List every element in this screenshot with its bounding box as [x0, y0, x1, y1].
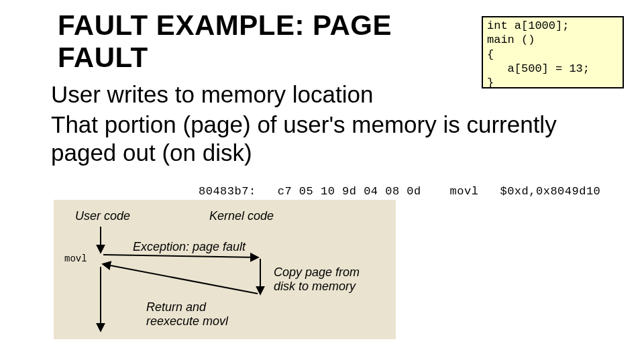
svg-line-3	[103, 255, 258, 257]
svg-line-4	[103, 264, 258, 294]
diagram-arrows	[54, 200, 396, 339]
page-fault-diagram: User code Kernel code movl Exception: pa…	[54, 200, 396, 339]
slide-title: FAULT EXAMPLE: PAGE FAULT	[58, 9, 460, 74]
body-line-2: That portion (page) of user's memory is …	[51, 111, 561, 168]
body-line-1: User writes to memory location	[51, 80, 561, 109]
assembly-line: 80483b7: c7 05 10 9d 04 08 0d movl $0xd,…	[199, 185, 600, 198]
body-text: User writes to memory location That port…	[51, 80, 561, 168]
code-snippet-box: int a[1000]; main () { a[500] = 13; }	[482, 16, 624, 88]
